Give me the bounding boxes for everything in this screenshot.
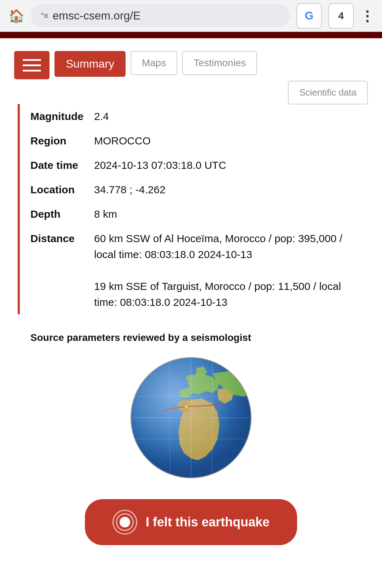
location-label: Location [30,177,94,202]
tab-scientific-data[interactable]: Scientific data [288,81,368,104]
region-value: MOROCCO [94,129,364,153]
table-row: Date time 2024-10-13 07:03:18.0 UTC [30,153,364,177]
felt-button-label: I felt this earthquake [146,515,270,530]
url-bar[interactable]: °≡ emsc-csem.org/E [31,4,290,27]
hamburger-line-2 [23,64,41,66]
table-row: Location 34.778 ; -4.262 [30,177,364,202]
tabs-count: 4 [338,10,344,22]
content-area: Magnitude 2.4 Region MOROCCO Date time 2… [0,86,382,573]
table-row: Depth 8 km [30,202,364,226]
distance-value: 60 km SSW of Al Hoceïma, Morocco / pop: … [94,226,364,314]
hamburger-menu-button[interactable] [14,51,50,79]
nav-area: Summary Maps Testimonies Scientific data [0,38,382,86]
table-row: Distance 60 km SSW of Al Hoceïma, Morocc… [30,226,364,314]
hamburger-line-1 [23,59,41,61]
seismic-wave-icon [112,510,137,535]
url-indicator-icon: °≡ [41,11,48,21]
translate-icon: G [305,9,314,22]
region-label: Region [30,129,94,153]
table-row: Magnitude 2.4 [30,104,364,129]
hamburger-line-3 [23,70,41,72]
distance-label: Distance [30,226,94,314]
home-icon[interactable]: 🏠 [8,8,24,23]
translate-button[interactable]: G [296,3,322,29]
location-value: 34.778 ; -4.262 [94,177,364,202]
earthquake-data-table: Magnitude 2.4 Region MOROCCO Date time 2… [30,104,364,314]
globe-container: ★ [18,354,364,481]
globe-visualization: ★ [127,354,255,481]
url-text: emsc-csem.org/E [53,9,141,22]
table-row: Region MOROCCO [30,129,364,153]
datetime-value: 2024-10-13 07:03:18.0 UTC [94,153,364,177]
depth-value: 8 km [94,202,364,226]
earthquake-info-block: Magnitude 2.4 Region MOROCCO Date time 2… [18,104,364,314]
more-options-button[interactable]: ⋮ [360,8,374,24]
tabs-button[interactable]: 4 [328,3,354,29]
tab-maps[interactable]: Maps [131,51,177,75]
magnitude-label: Magnitude [30,104,94,129]
svg-point-9 [131,358,251,478]
tab-testimonies[interactable]: Testimonies [182,51,257,75]
tab-summary[interactable]: Summary [54,51,126,77]
site-header-band [0,32,382,38]
seismologist-note: Source parameters reviewed by a seismolo… [18,332,364,343]
magnitude-value: 2.4 [94,104,364,129]
felt-earthquake-button[interactable]: I felt this earthquake [85,499,297,545]
datetime-label: Date time [30,153,94,177]
nav-row: Summary Maps Testimonies [14,51,368,79]
depth-label: Depth [30,202,94,226]
browser-chrome: 🏠 °≡ emsc-csem.org/E G 4 ⋮ [0,0,382,32]
